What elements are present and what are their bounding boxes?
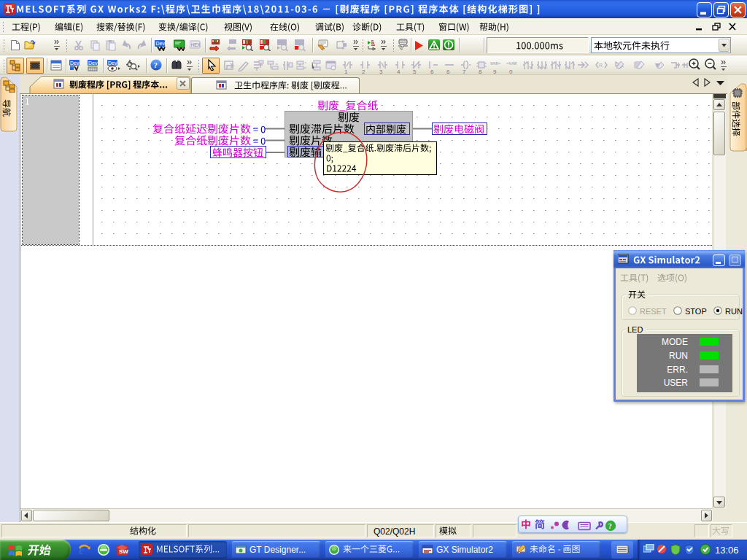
svg-text:2: 2 bbox=[362, 69, 365, 74]
svg-text:HEX: HEX bbox=[191, 42, 201, 47]
svg-text:Dev: Dev bbox=[70, 61, 80, 66]
svg-text:SW: SW bbox=[119, 548, 128, 555]
svg-text:=VAR: =VAR bbox=[506, 61, 517, 66]
svg-text:1: 1 bbox=[344, 69, 348, 74]
svg-text:?: ? bbox=[154, 61, 158, 69]
svg-text:Dev: Dev bbox=[88, 61, 98, 66]
svg-text:3: 3 bbox=[379, 69, 383, 74]
svg-text:?: ? bbox=[608, 522, 612, 530]
svg-text:Dev: Dev bbox=[156, 41, 166, 46]
svg-text:0: 0 bbox=[509, 69, 513, 74]
svg-text:8: 8 bbox=[479, 69, 482, 74]
svg-text:5: 5 bbox=[413, 69, 417, 74]
svg-text:4: 4 bbox=[397, 69, 400, 74]
svg-text:R: R bbox=[599, 63, 603, 68]
svg-text:7: 7 bbox=[462, 69, 466, 74]
svg-text:6: 6 bbox=[446, 69, 450, 74]
svg-text:6: 6 bbox=[430, 69, 434, 74]
svg-text:9: 9 bbox=[493, 69, 497, 74]
svg-text:VAR=: VAR= bbox=[490, 61, 501, 66]
svg-text:Dev: Dev bbox=[108, 61, 117, 66]
